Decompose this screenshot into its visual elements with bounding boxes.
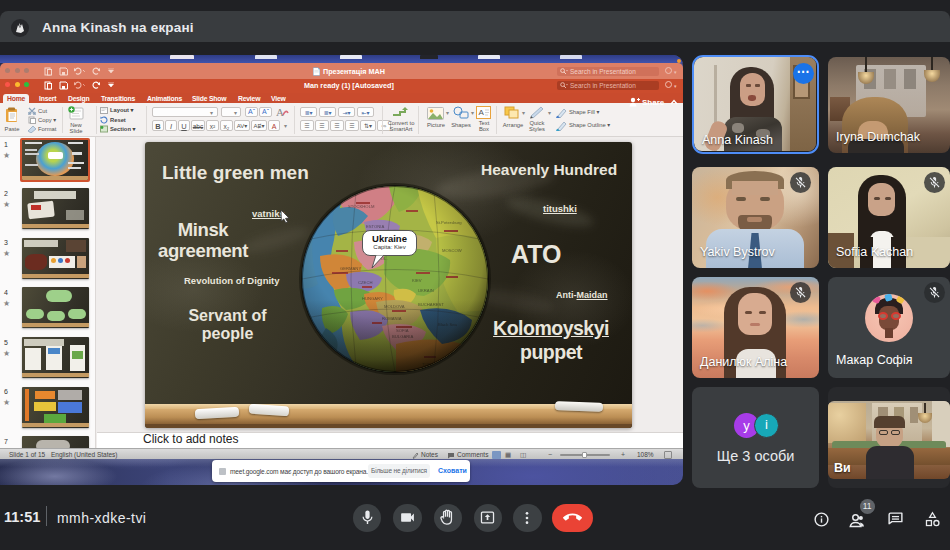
- svg-text:A: A: [276, 106, 284, 118]
- svg-text:A: A: [479, 108, 485, 117]
